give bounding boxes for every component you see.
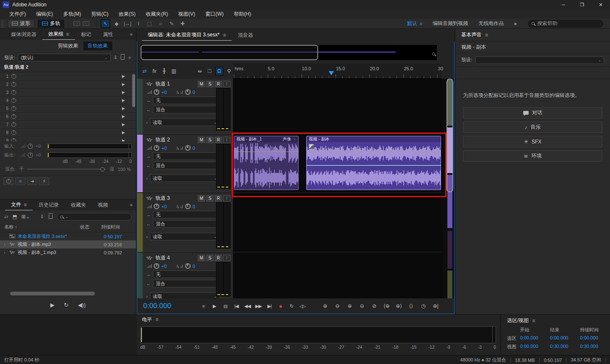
files-horizontal-scrollbar[interactable] — [10, 292, 95, 295]
record-button[interactable]: ● — [275, 302, 286, 310]
slot-expand-icon[interactable]: ▶ — [122, 98, 125, 102]
preview-volume-icon[interactable]: ◀)) — [78, 302, 86, 308]
metronome-icon[interactable]: ⏛ — [196, 67, 204, 75]
rack-scrollbar[interactable] — [132, 74, 135, 107]
workspace-1[interactable]: 编辑音频到视频 — [433, 20, 468, 27]
effects-tab-3[interactable]: 属性 — [97, 29, 119, 40]
track-output-select[interactable]: 混合› — [153, 280, 220, 287]
track-input-select[interactable]: 无› — [153, 211, 220, 218]
overview-zoom-icon[interactable] — [432, 52, 435, 55]
open-file-icon[interactable]: ▱ — [4, 214, 8, 220]
menu-item-7[interactable]: 窗口(W) — [200, 9, 229, 19]
track-output-select[interactable]: 混合› — [153, 220, 220, 228]
zoom-to-selection-button[interactable]: ⟨⟩ — [405, 302, 417, 310]
files-tab-0[interactable]: 文件≡ — [5, 199, 33, 210]
file-row[interactable]: ›视频 - 副本_1.mp30:09.792 — [0, 248, 136, 256]
workspace-overflow-button[interactable]: » — [514, 21, 517, 27]
zoom-in-at-out-point-button[interactable]: ⊕⟩ — [393, 302, 405, 310]
track-r-button[interactable]: R — [215, 255, 222, 261]
stop-button[interactable]: ■ — [198, 302, 209, 310]
files-tab-1[interactable]: 历史记录 — [33, 199, 65, 210]
selview-menu-icon[interactable]: ≡ — [532, 318, 535, 324]
slot-expand-icon[interactable]: ▶ — [122, 106, 125, 110]
panel-menu-icon[interactable]: ≡ — [485, 32, 488, 38]
track-input-select[interactable]: 无› — [153, 152, 220, 160]
menu-item-5[interactable]: 收藏夹(R) — [141, 9, 173, 19]
track-output-select[interactable]: 混合› — [153, 106, 220, 113]
track-name[interactable]: 轨道 3 — [146, 195, 196, 202]
effects-tab-1[interactable]: 效果组≡ — [42, 29, 75, 40]
effects-tab-0[interactable]: 媒体浏览器 — [5, 29, 42, 40]
rack-list-button[interactable]: ≡ — [15, 177, 25, 185]
essential-sound-sfx-button[interactable]: ✳SFX — [463, 136, 602, 147]
editor-tab[interactable]: 编辑器: 未命名混音项目 3.sesx*≡ — [142, 30, 232, 41]
slip-tool-icon[interactable]: |↔| — [123, 19, 132, 28]
zoom-out-full-button[interactable]: ⊘ — [368, 302, 380, 310]
waveform-view-button[interactable]: 波形 — [8, 19, 34, 28]
export-icon[interactable]: ⇩ — [40, 214, 44, 220]
file-row[interactable]: ›视频 - 副本.mp30:33.216 — [0, 240, 136, 248]
track-input-select[interactable]: 无› — [153, 270, 220, 278]
expand-icon[interactable]: › — [2, 251, 8, 255]
volume-knob[interactable] — [154, 204, 159, 209]
rack-lightning-button[interactable]: ⚡ — [39, 177, 49, 185]
track-name[interactable]: 轨道 2 — [146, 136, 196, 143]
delete-preset-icon[interactable] — [121, 55, 125, 60]
slot-power-icon[interactable] — [11, 122, 16, 127]
panel-menu-icon[interactable]: ≡ — [66, 31, 69, 37]
selview-time-value[interactable]: 0:00.000 — [520, 335, 550, 342]
track-s-button[interactable]: S — [206, 255, 214, 261]
slot-expand-icon[interactable]: ▶ — [122, 90, 125, 94]
toolbar-grip[interactable] — [1, 20, 4, 28]
vertical-navigator[interactable] — [446, 79, 454, 299]
close-button[interactable]: ✕ — [591, 0, 610, 9]
essential-sound-ambience-button[interactable]: ≋环境 — [463, 150, 602, 162]
track-i-button[interactable]: I — [223, 81, 230, 87]
automation-expand-icon[interactable]: › — [146, 234, 148, 239]
slot-expand-icon[interactable]: ▶ — [122, 122, 125, 127]
track-i-button[interactable]: I — [223, 137, 230, 143]
effects-tab-overflow[interactable]: » — [130, 31, 133, 37]
selview-time-value[interactable]: 0:00.000 — [550, 335, 580, 342]
paintbrush-selection-tool-icon[interactable]: ✎ — [167, 19, 176, 28]
maximize-button[interactable]: ❐ — [573, 0, 591, 9]
preview-play-icon[interactable]: ▶ — [50, 302, 55, 308]
zoom-in-time-button[interactable]: ⊕ — [344, 302, 356, 310]
zoom-to-playhead-button[interactable]: ⊕| — [430, 302, 442, 310]
slot-power-icon[interactable] — [11, 138, 16, 142]
track-r-button[interactable]: R — [215, 137, 222, 143]
track-automation-select[interactable]: 读取⌄ — [150, 119, 220, 126]
zoom-in-at-in-point-button[interactable]: ⟨⊕ — [380, 302, 393, 310]
track-output-select[interactable]: 混合› — [153, 162, 220, 169]
track-i-button[interactable]: I — [223, 255, 230, 261]
slot-expand-icon[interactable]: ▶ — [122, 114, 125, 119]
column-status[interactable]: 状态 — [80, 224, 101, 230]
pan-knob[interactable] — [185, 204, 191, 209]
column-duration[interactable]: 持续时间 — [101, 224, 132, 230]
slot-power-icon[interactable] — [11, 114, 16, 119]
files-search-input[interactable]: ⌄ — [57, 213, 132, 221]
slot-power-icon[interactable] — [11, 82, 16, 87]
slot-expand-icon[interactable]: ▶ — [122, 138, 125, 141]
track-effects-button[interactable]: 音轨效果 — [83, 41, 112, 50]
track-s-button[interactable]: S — [206, 137, 214, 143]
automation-expand-icon[interactable]: › — [146, 120, 148, 125]
marker-icon[interactable]: ⚲ — [225, 67, 233, 75]
pan-knob[interactable] — [185, 145, 191, 151]
pause-button[interactable]: ▮▮ — [220, 302, 231, 310]
ess-preset-select[interactable]: ⌄ — [475, 56, 604, 64]
workspace-menu-icon[interactable]: ≡ — [420, 21, 422, 26]
time-selection-tool-icon[interactable]: I — [134, 19, 143, 28]
save-preset-icon[interactable]: ⇩ — [114, 55, 118, 61]
overview-view-frame[interactable] — [141, 45, 318, 60]
playhead-handle[interactable] — [329, 71, 334, 78]
volume-knob[interactable] — [154, 145, 159, 151]
track-automation-select[interactable]: 读取⌄ — [150, 233, 220, 240]
track-name[interactable]: 轨道 4 — [146, 254, 196, 262]
spectral-frequency-icon[interactable] — [73, 21, 80, 26]
new-item-icon[interactable]: ⊞⌄ — [22, 214, 30, 220]
rewind-button[interactable]: ◀◀ — [242, 302, 253, 310]
import-file-icon[interactable]: ⬒ — [12, 214, 17, 220]
expand-icon[interactable]: › — [2, 243, 8, 247]
essential-sound-music-button[interactable]: ♪音乐 — [463, 121, 602, 133]
